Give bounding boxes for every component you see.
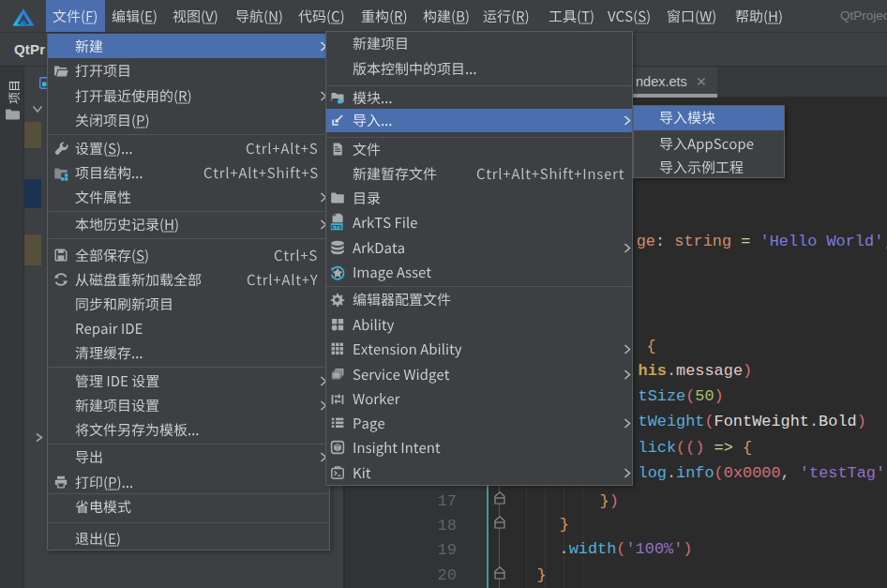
svg-text:ETS: ETS: [331, 224, 342, 230]
